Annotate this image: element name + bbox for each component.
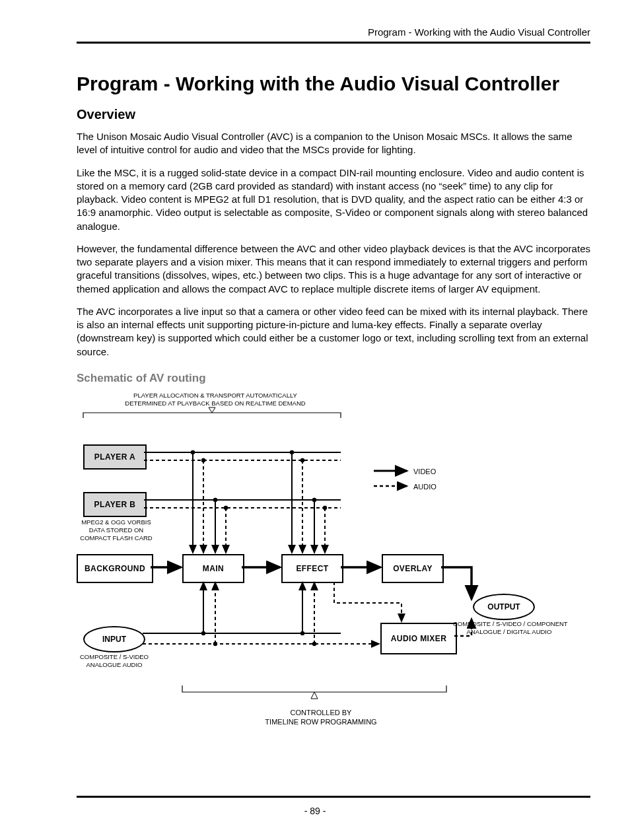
box-player-b: PLAYER B bbox=[83, 492, 147, 517]
svg-point-21 bbox=[323, 506, 327, 510]
box-main: MAIN bbox=[182, 554, 244, 583]
box-overlay: OVERLAY bbox=[382, 554, 444, 583]
caption-top: PLAYER ALLOCATION & TRANSPORT AUTOMATICA… bbox=[110, 392, 321, 407]
svg-point-33 bbox=[213, 642, 217, 646]
box-audio-mixer: AUDIO MIXER bbox=[380, 623, 457, 654]
paragraph-1: The Unison Mosaic Audio Visual Controlle… bbox=[77, 130, 590, 157]
svg-point-13 bbox=[224, 506, 228, 510]
legend-audio-label: AUDIO bbox=[413, 483, 437, 492]
svg-point-10 bbox=[191, 450, 195, 454]
box-effect: EFFECT bbox=[281, 554, 343, 583]
running-header: Program - Working with the Audio Visual … bbox=[77, 26, 590, 44]
svg-point-12 bbox=[213, 498, 217, 502]
label-storage: MPEG2 & OGG VORBIS DATA STORED ON COMPAC… bbox=[77, 518, 156, 542]
footer-rule bbox=[77, 796, 590, 798]
label-input-note: COMPOSITE / S-VIDEO ANALOGUE AUDIO bbox=[78, 653, 151, 669]
oval-output: OUTPUT bbox=[473, 594, 535, 620]
paragraph-3: However, the fundamental difference betw… bbox=[77, 242, 590, 296]
caption-bottom: CONTROLLED BY TIMELINE ROW PROGRAMMING bbox=[255, 709, 387, 727]
paragraph-4: The AVC incorporates a live input so tha… bbox=[77, 305, 590, 359]
box-player-a: PLAYER A bbox=[83, 444, 147, 470]
oval-input: INPUT bbox=[83, 626, 145, 652]
label-output-note: COMPOSITE / S-VIDEO / COMPONENT ANALOGUE… bbox=[453, 620, 565, 636]
svg-point-20 bbox=[312, 498, 316, 502]
legend-video-label: VIDEO bbox=[413, 468, 436, 477]
page: Program - Working with the Audio Visual … bbox=[0, 0, 630, 840]
svg-point-29 bbox=[300, 631, 304, 635]
content-area: Program - Working with the Audio Visual … bbox=[77, 73, 590, 748]
av-routing-diagram: PLAYER ALLOCATION & TRANSPORT AUTOMATICA… bbox=[77, 392, 578, 748]
paragraph-2: Like the MSC, it is a rugged solid-state… bbox=[77, 166, 590, 233]
svg-point-28 bbox=[201, 631, 205, 635]
box-background: BACKGROUND bbox=[77, 554, 153, 583]
schematic-heading: Schematic of AV routing bbox=[77, 372, 590, 385]
svg-point-19 bbox=[300, 458, 304, 462]
page-number: - 89 - bbox=[0, 806, 630, 816]
page-title: Program - Working with the Audio Visual … bbox=[77, 73, 590, 95]
svg-point-34 bbox=[312, 642, 316, 646]
overview-heading: Overview bbox=[77, 107, 590, 122]
svg-point-11 bbox=[201, 458, 205, 462]
svg-point-18 bbox=[290, 450, 294, 454]
